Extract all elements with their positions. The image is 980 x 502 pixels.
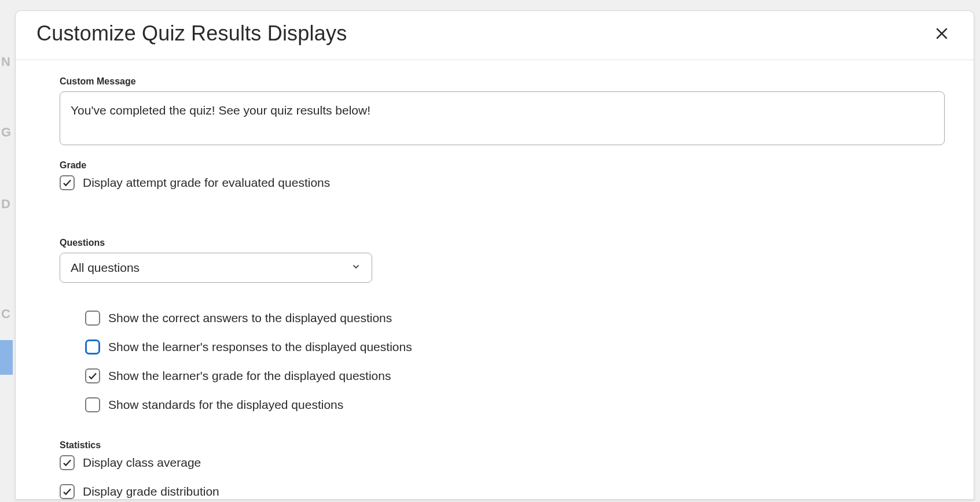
modal-header: Customize Quiz Results Displays xyxy=(16,11,974,60)
backdrop-letter: G xyxy=(1,125,11,140)
show-learner-grade-label: Show the learner's grade for the display… xyxy=(108,369,391,383)
display-attempt-grade-row: Display attempt grade for evaluated ques… xyxy=(60,175,945,190)
question-options: Show the correct answers to the displaye… xyxy=(60,311,945,412)
display-attempt-grade-label: Display attempt grade for evaluated ques… xyxy=(83,176,330,190)
modal-body-scroll[interactable]: Custom Message Grade Display attempt gra… xyxy=(16,60,974,499)
grade-section: Grade Display attempt grade for evaluate… xyxy=(60,160,945,190)
questions-section: Questions All questions Show the correct… xyxy=(60,238,945,412)
questions-dropdown-value: All questions xyxy=(71,261,140,275)
show-standards-label: Show standards for the displayed questio… xyxy=(108,398,343,412)
statistics-section: Statistics Display class average Display… xyxy=(60,440,945,499)
show-correct-answers-checkbox[interactable] xyxy=(85,311,100,326)
chevron-down-icon xyxy=(351,261,361,274)
show-learner-responses-label: Show the learner's responses to the disp… xyxy=(108,340,412,354)
show-correct-answers-row: Show the correct answers to the displaye… xyxy=(85,311,945,326)
display-attempt-grade-checkbox[interactable] xyxy=(60,175,75,190)
check-icon xyxy=(62,486,72,497)
backdrop-letter: C xyxy=(1,307,10,322)
show-learner-responses-checkbox[interactable] xyxy=(85,339,100,355)
custom-message-input[interactable] xyxy=(60,91,945,145)
show-learner-grade-checkbox[interactable] xyxy=(85,368,100,383)
close-button[interactable] xyxy=(931,23,953,45)
display-grade-distribution-checkbox[interactable] xyxy=(60,484,75,499)
modal-body: Custom Message Grade Display attempt gra… xyxy=(16,60,974,499)
custom-message-label: Custom Message xyxy=(60,76,945,87)
display-class-average-checkbox[interactable] xyxy=(60,455,75,470)
modal-dialog: Customize Quiz Results Displays Custom M… xyxy=(15,10,974,500)
check-icon xyxy=(62,178,72,188)
show-standards-row: Show standards for the displayed questio… xyxy=(85,397,945,412)
modal-title: Customize Quiz Results Displays xyxy=(36,21,347,46)
display-class-average-label: Display class average xyxy=(83,456,201,470)
check-icon xyxy=(87,371,98,381)
questions-dropdown[interactable]: All questions xyxy=(60,253,372,283)
display-class-average-row: Display class average xyxy=(60,455,945,470)
display-grade-distribution-row: Display grade distribution xyxy=(60,484,945,499)
check-icon xyxy=(62,457,72,468)
show-learner-grade-row: Show the learner's grade for the display… xyxy=(85,368,945,383)
close-icon xyxy=(934,26,949,41)
custom-message-section: Custom Message xyxy=(60,76,945,147)
show-learner-responses-row: Show the learner's responses to the disp… xyxy=(85,339,945,355)
show-standards-checkbox[interactable] xyxy=(85,397,100,412)
statistics-label: Statistics xyxy=(60,440,945,451)
display-grade-distribution-label: Display grade distribution xyxy=(83,485,219,499)
backdrop-letter: N xyxy=(1,54,10,69)
backdrop-letter: D xyxy=(1,197,10,212)
show-correct-answers-label: Show the correct answers to the displaye… xyxy=(108,311,392,325)
backdrop-highlight xyxy=(0,340,13,375)
grade-label: Grade xyxy=(60,160,945,171)
questions-label: Questions xyxy=(60,238,945,248)
